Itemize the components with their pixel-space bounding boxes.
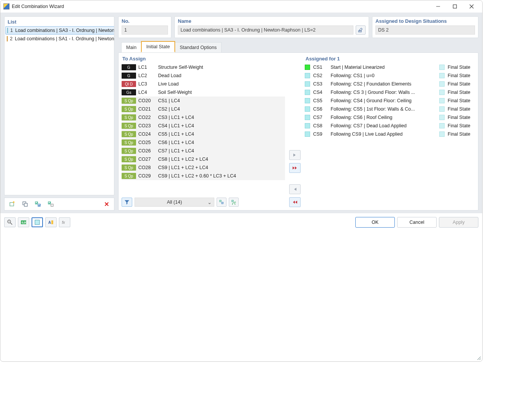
name-field[interactable]: Load combinations | SA3 - I. Ordnung | N… [178,25,353,35]
assign-row[interactable]: S Qp CO27 CS8 | LC1 + LC2 + LC4 [122,155,285,163]
list-panel: List 1 Load combinations | SA3 - I. Ordn… [4,16,114,195]
assign-code: LC1 [138,65,156,70]
final-swatch [439,81,445,87]
no-field[interactable]: 1 [122,25,168,35]
assign-desc: CS1 | LC4 [158,98,281,103]
filter-select[interactable]: All (14) ⌄ [135,198,214,207]
svg-text:?: ? [8,220,10,223]
assign-desc: CS3 | LC1 + LC4 [158,115,281,120]
list-row[interactable]: 1 Load combinations | SA3 - I. Ordnung |… [5,26,114,35]
list-row[interactable]: 2 Load combinations | SA1 - I. Ordnung |… [5,35,114,43]
fx-button[interactable]: fx [59,217,70,227]
delete-button[interactable]: ✕ [101,200,112,209]
text-tool-button[interactable]: A [45,217,57,227]
cancel-button[interactable]: Cancel [397,217,437,228]
assign-desc: Live Load [158,81,281,87]
copy-item-button[interactable] [20,200,30,209]
ok-button[interactable]: OK [355,217,395,228]
color-swatch [7,28,8,33]
assigned-desc: Following: CS1 | u=0 [331,73,436,78]
move-left-button[interactable] [289,184,301,194]
assigned-row[interactable]: CS6 Following: CS5 | 1st Floor: Walls & … [305,105,475,113]
move-right-button[interactable] [289,150,301,160]
minimize-button[interactable] [430,1,446,12]
assigned-row[interactable]: CS4 Following: CS 3 | Ground Floor: Wall… [305,88,475,97]
check-all-button[interactable] [33,200,43,209]
color-mode-button[interactable] [32,217,43,227]
assigned-row[interactable]: CS7 Following: CS6 | Roof Ceiling Final … [305,113,475,122]
move-all-left-button[interactable] [289,197,301,207]
color-swatch [7,36,8,41]
no-label: No. [122,18,168,25]
tab-initial-state[interactable]: Initial State [141,41,175,52]
category-badge: S Qp [122,106,136,112]
new-item-button[interactable] [7,200,17,209]
filter-button[interactable] [122,198,132,207]
assign-row[interactable]: S Qp CO26 CS7 | LC1 + LC4 [122,147,285,155]
svg-text:0,00: 0,00 [22,221,27,224]
list-label: List [5,18,114,26]
state-swatch [305,98,310,103]
assign-row[interactable]: S Qp CO23 CS4 | LC1 + LC4 [122,122,285,130]
assigned-row[interactable]: CS5 Following: CS4 | Ground Floor: Ceili… [305,97,475,105]
app-icon [3,3,10,10]
deselect-all-button[interactable] [229,198,239,207]
edit-name-button[interactable] [356,25,366,35]
design-field[interactable]: DS 2 [375,25,475,35]
to-assign-label: To Assign [122,55,285,63]
assigned-list[interactable]: CS1 Start | Material Linearized Final St… [305,63,475,207]
assign-row[interactable]: S Qp CO20 CS1 | LC4 [122,97,285,105]
tab-main[interactable]: Main [121,42,141,52]
resize-grip[interactable] [476,355,481,360]
assign-desc: CS4 | LC1 + LC4 [158,123,281,128]
assigned-row[interactable]: CS8 Following: CS7 | Dead Load Applied F… [305,122,475,130]
assigned-row[interactable]: CS9 Following CS9 | Live Load Applied Fi… [305,130,475,138]
assign-row[interactable]: S Qp CO24 CS5 | LC1 + LC4 [122,130,285,138]
assign-row[interactable]: S Qp CO28 CS9 | LC1 + LC2 + LC4 [122,163,285,172]
assigned-row[interactable]: CS1 Start | Material Linearized Final St… [305,63,475,71]
state-swatch [305,90,310,95]
list-items[interactable]: 1 Load combinations | SA3 - I. Ordnung |… [5,26,114,193]
units-button[interactable]: 0,00 [18,217,29,227]
close-button[interactable] [463,1,480,12]
assigned-code: CS9 [313,131,328,137]
category-badge: QI D [122,81,136,87]
assign-code: LC4 [138,90,156,95]
move-all-right-button[interactable] [289,163,301,173]
assign-code: CO21 [138,106,156,112]
apply-button[interactable]: Apply [439,217,478,228]
svg-point-5 [13,201,14,203]
category-badge: G [122,73,136,79]
category-badge: S Qp [122,131,136,137]
assign-row[interactable]: S Qp CO22 CS3 | LC1 + LC4 [122,113,285,122]
list-row-num: 1 [10,28,13,33]
assign-row[interactable]: S Qp CO25 CS6 | LC1 + LC4 [122,138,285,147]
assigned-row[interactable]: CS3 Following: CS2 | Foundation Elements… [305,80,475,88]
assigned-desc: Following CS9 | Live Load Applied [331,131,436,137]
svg-rect-7 [24,203,27,206]
help-button[interactable]: ? [4,217,16,227]
assign-row[interactable]: Gs LC4 Soil Self-Weight [122,88,285,97]
select-all-button[interactable] [217,198,226,207]
svg-rect-4 [10,203,14,206]
uncheck-all-button[interactable] [46,200,56,209]
to-assign-list[interactable]: G LC1 Structure Self-WeightG LC2 Dead Lo… [122,63,285,196]
assign-row[interactable]: G LC1 Structure Self-Weight [122,63,285,71]
final-swatch [439,106,445,112]
maximize-button[interactable] [446,1,463,12]
svg-rect-23 [51,220,53,224]
tab-standard-options[interactable]: Standard Options [175,42,222,52]
assign-row[interactable]: G LC2 Dead Load [122,71,285,80]
final-state-label: Final State [448,65,475,70]
assigned-desc: Start | Material Linearized [331,65,436,70]
assign-row[interactable]: QI D LC3 Live Load [122,80,285,88]
state-swatch [305,131,310,137]
assign-row[interactable]: S Qp CO21 CS2 | LC4 [122,105,285,113]
assigned-row[interactable]: CS2 Following: CS1 | u=0 Final State [305,71,475,80]
name-label: Name [178,18,366,25]
state-swatch [305,115,310,120]
assign-row[interactable]: S Qp CO29 CS9 | LC1 + LC2 + 0.60 * LC3 +… [122,172,285,180]
svg-text:A: A [48,220,51,225]
final-state-label: Final State [448,90,475,95]
tab-bar: MainInitial StateStandard Options [118,41,478,52]
